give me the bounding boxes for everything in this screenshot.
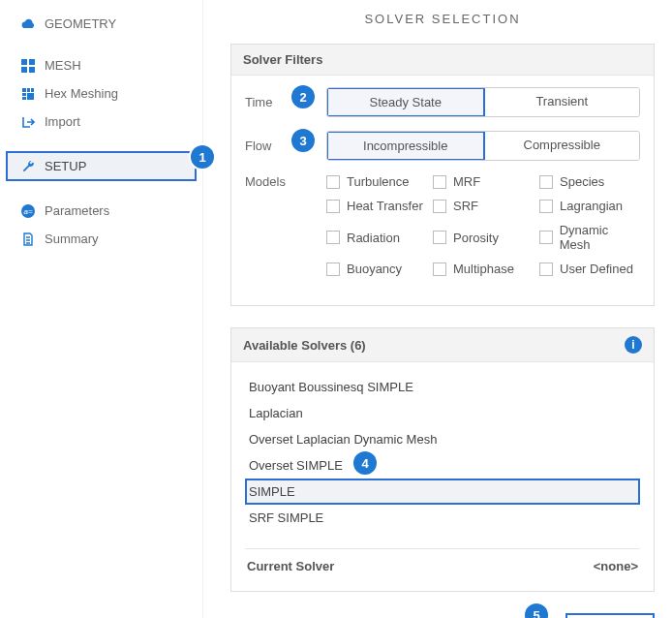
svg-text:a=: a= (23, 207, 32, 216)
current-solver-label: Current Solver (247, 559, 334, 573)
solver-filters-heading: Solver Filters (231, 45, 654, 76)
select-button[interactable]: Select (565, 613, 655, 618)
nav-mesh[interactable]: MESH (0, 51, 202, 79)
solver-item-label: Overset SIMPLE (249, 458, 343, 473)
page-title: SOLVER SELECTION (230, 8, 655, 44)
model-mrf[interactable]: MRF (433, 174, 534, 189)
nav-label: GEOMETRY (45, 16, 116, 31)
solver-item[interactable]: Laplacian (245, 400, 640, 426)
time-transient[interactable]: Transient (484, 88, 640, 116)
model-label: User Defined (560, 262, 633, 276)
checkbox-icon (326, 175, 340, 189)
solver-item-selected[interactable]: SIMPLE (245, 479, 640, 505)
grid-icon (17, 59, 39, 73)
current-solver-row: Current Solver <none> (245, 548, 640, 575)
available-solvers-heading: Available Solvers (6) i (231, 328, 654, 362)
filter-row-time: 2 Time Steady State Transient (245, 87, 640, 117)
nav-setup[interactable]: SETUP (6, 151, 197, 181)
model-user-defined[interactable]: User Defined (539, 262, 640, 276)
svg-rect-1 (29, 59, 35, 65)
svg-rect-7 (22, 93, 26, 96)
svg-rect-2 (21, 67, 27, 73)
document-icon (17, 232, 39, 246)
model-heat-transfer[interactable]: Heat Transfer (326, 199, 427, 213)
available-solvers-panel: Available Solvers (6) i Buoyant Boussine… (230, 327, 655, 592)
nav-label: Hex Meshing (45, 86, 118, 101)
model-turbulence[interactable]: Turbulence (326, 174, 427, 189)
model-label: Heat Transfer (347, 199, 423, 213)
checkbox-icon (326, 263, 340, 276)
model-srf[interactable]: SRF (433, 199, 534, 213)
model-label: Buoyancy (347, 262, 402, 276)
model-label: Species (560, 174, 604, 189)
model-label: Turbulence (347, 174, 410, 189)
step-badge-5: 5 (525, 603, 548, 618)
svg-rect-9 (22, 97, 26, 100)
model-radiation[interactable]: Radiation (326, 223, 427, 252)
select-row: 5 Select (230, 613, 655, 618)
hex-icon (17, 87, 39, 101)
model-label: Dynamic Mesh (560, 223, 640, 252)
step-badge-1: 1 (191, 145, 214, 169)
model-label: Radiation (347, 231, 400, 245)
filter-row-models: Models Turbulence MRF Species Heat Trans… (245, 174, 640, 276)
svg-rect-6 (31, 88, 34, 92)
checkbox-icon (326, 231, 340, 244)
checkbox-icon (326, 200, 340, 213)
svg-rect-4 (22, 88, 26, 92)
time-steady-state[interactable]: Steady State (326, 87, 485, 117)
model-label: SRF (453, 199, 478, 213)
info-icon[interactable]: i (625, 336, 642, 354)
flow-compressible[interactable]: Compressible (484, 132, 640, 160)
cloud-icon (17, 17, 39, 31)
filter-label-models: Models (245, 174, 299, 189)
svg-rect-5 (27, 88, 30, 92)
model-label: MRF (453, 174, 480, 189)
model-label: Porosity (453, 231, 499, 245)
checkbox-icon (433, 175, 446, 189)
sidebar: GEOMETRY MESH Hex Meshing Import 1 SETUP… (0, 0, 203, 618)
nav-geometry[interactable]: GEOMETRY (0, 10, 202, 38)
nav-hex-meshing[interactable]: Hex Meshing (0, 79, 202, 108)
model-species[interactable]: Species (539, 174, 640, 189)
main-panel: SOLVER SELECTION Solver Filters 2 Time S… (203, 0, 672, 618)
nav-label: Import (45, 114, 80, 129)
nav-summary[interactable]: Summary (0, 225, 202, 253)
nav-import[interactable]: Import (0, 108, 202, 136)
step-badge-2: 2 (291, 85, 315, 108)
nav-label: Summary (45, 232, 99, 246)
models-grid: Turbulence MRF Species Heat Transfer SRF… (326, 174, 640, 276)
model-multiphase[interactable]: Multiphase (433, 262, 534, 276)
filter-row-flow: 3 Flow Incompressible Compressible (245, 131, 640, 161)
solver-item[interactable]: Overset SIMPLE 4 (245, 452, 640, 479)
model-porosity[interactable]: Porosity (433, 223, 534, 252)
solver-item[interactable]: Overset Laplacian Dynamic Mesh (245, 426, 640, 452)
parameters-icon: a= (17, 204, 39, 218)
checkbox-icon (433, 231, 446, 244)
wrench-icon (17, 160, 39, 173)
solver-filters-panel: Solver Filters 2 Time Steady State Trans… (230, 44, 655, 306)
nav-label: Parameters (45, 203, 109, 218)
model-buoyancy[interactable]: Buoyancy (326, 262, 427, 276)
step-badge-3: 3 (291, 129, 315, 152)
model-label: Multiphase (453, 262, 514, 276)
svg-rect-8 (27, 93, 34, 100)
model-dynamic-mesh[interactable]: Dynamic Mesh (539, 223, 640, 252)
checkbox-icon (539, 175, 553, 189)
time-segmented: Steady State Transient (326, 87, 640, 117)
model-lagrangian[interactable]: Lagrangian (539, 199, 640, 213)
flow-segmented: Incompressible Compressible (326, 131, 640, 161)
solver-item[interactable]: SRF SIMPLE (245, 505, 640, 531)
checkbox-icon (539, 231, 553, 244)
nav-label: MESH (45, 58, 81, 73)
checkbox-icon (433, 263, 446, 276)
svg-rect-0 (21, 59, 27, 65)
nav-label: SETUP (45, 159, 86, 173)
step-badge-4: 4 (353, 451, 377, 475)
nav-parameters[interactable]: a= Parameters (0, 197, 202, 225)
current-solver-value: <none> (594, 559, 638, 573)
solver-item[interactable]: Buoyant Boussinesq SIMPLE (245, 374, 640, 400)
flow-incompressible[interactable]: Incompressible (326, 131, 485, 161)
checkbox-icon (433, 200, 446, 213)
available-solvers-label: Available Solvers (6) (243, 338, 366, 353)
